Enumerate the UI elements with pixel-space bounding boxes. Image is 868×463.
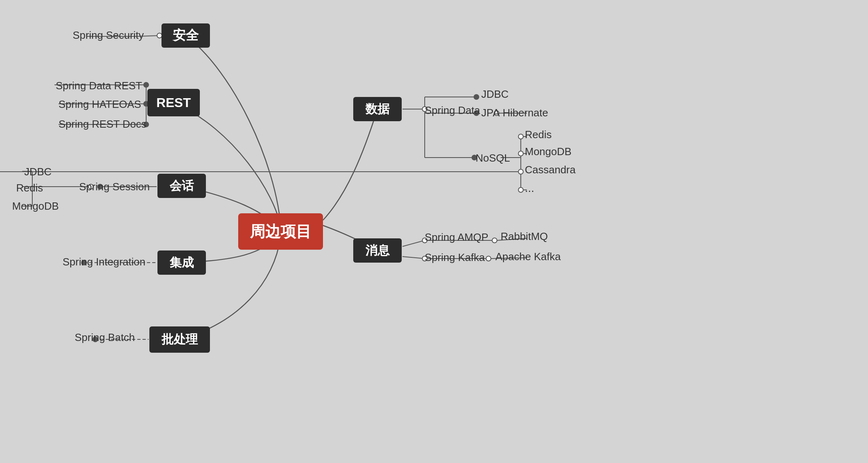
node-message: 消息 [353,238,402,263]
node-session-label: 会话 [170,178,194,194]
node-data: 数据 [353,97,402,121]
label-spring-rest-docs: Spring REST Docs [59,118,147,130]
node-batch: 批处理 [149,326,210,353]
node-integration: 集成 [157,250,206,275]
label-spring-session: Spring Session [79,181,150,193]
label-mongodb-data: MongoDB [525,145,572,158]
svg-point-38 [144,82,149,87]
node-integration-label: 集成 [170,255,194,271]
svg-point-51 [518,151,523,156]
node-rest: REST [147,89,200,116]
svg-point-31 [492,238,497,243]
label-spring-integration: Spring Integration [63,256,145,268]
node-security: 安全 [161,23,210,48]
label-spring-kafka: Spring Kafka [425,251,485,264]
center-label: 周边项目 [250,221,311,242]
label-ellipsis: ... [525,182,534,195]
svg-line-29 [403,240,425,246]
node-security-label: 安全 [173,27,199,44]
label-nosql: NoSQL [476,152,510,164]
node-session: 会话 [157,174,206,198]
label-mongodb-session: MongoDB [12,200,59,213]
label-redis-data: Redis [525,128,551,141]
label-jdbc-session: JDBC [24,166,52,178]
label-spring-batch: Spring Batch [75,331,135,344]
svg-point-50 [518,134,523,139]
label-apache-kafka: Apache Kafka [495,250,561,263]
label-spring-security: Spring Security [73,29,144,42]
node-batch-label: 批处理 [161,331,198,348]
center-node: 周边项目 [238,213,323,250]
label-spring-amqp: Spring AMQP [425,231,489,244]
label-jpa: JPA [481,107,500,119]
node-message-label: 消息 [365,242,390,259]
svg-line-33 [403,257,425,259]
svg-point-35 [486,256,491,261]
label-hibernate: Hibernate [503,107,548,119]
svg-point-53 [518,187,523,192]
node-rest-label: REST [156,95,191,110]
label-spring-data-rest: Spring Data REST [56,80,142,92]
svg-point-46 [474,95,479,99]
label-jdbc-data: JDBC [481,88,509,101]
label-spring-hateoas: Spring HATEOAS [59,98,141,111]
svg-point-52 [518,169,523,174]
label-spring-data: Spring Data [425,104,480,117]
label-rabbitmq: RabbitMQ [501,230,548,243]
label-cassandra: Cassandra [525,164,576,176]
node-data-label: 数据 [365,101,390,118]
label-redis-session: Redis [16,182,43,194]
